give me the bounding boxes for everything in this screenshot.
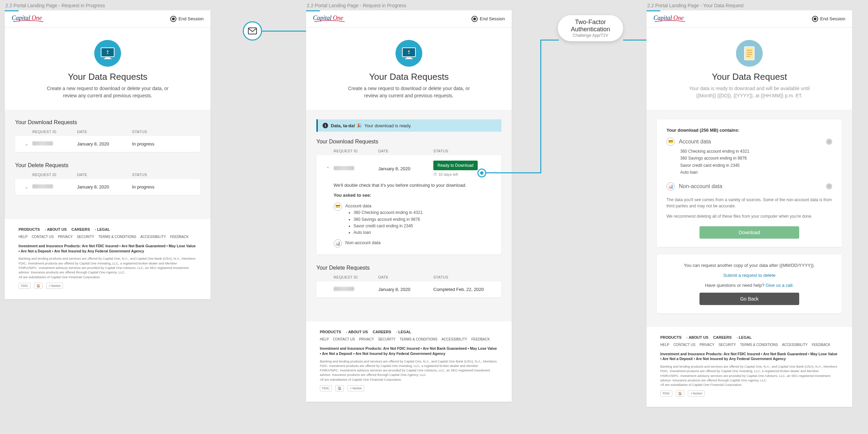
footer-link[interactable]: CAREERS <box>713 335 732 339</box>
flow-connector <box>623 40 647 41</box>
chevron-up-icon[interactable]: ⌃ <box>322 166 334 171</box>
footer-link[interactable]: LEGAL <box>396 330 411 334</box>
footer-sublink[interactable]: ACCESSIBILITY <box>442 337 467 341</box>
end-session-button[interactable]: End Session <box>471 16 505 22</box>
end-session-label: End Session <box>178 16 204 21</box>
tfa-title: Two-Factor Authentication <box>567 19 614 33</box>
help-prefix: Have questions or need help? <box>705 283 766 288</box>
row-date: January 8, 2020 <box>378 166 433 171</box>
end-session-label: End Session <box>820 16 845 21</box>
footer-sublink[interactable]: SECURITY <box>77 235 94 239</box>
footer-fineprint: Banking and lending products and service… <box>660 364 838 382</box>
svg-rect-10 <box>406 57 411 58</box>
flow-connector <box>262 31 306 32</box>
page-subtitle: Create a new request to download or dele… <box>42 85 173 99</box>
svg-rect-0 <box>248 28 257 34</box>
footer: PRODUCTS ABOUT US CAREERS LEGAL HELP CON… <box>5 219 210 299</box>
footer-link[interactable]: ABOUT US <box>45 227 67 231</box>
table-row[interactable]: ⌄ January 8, 2020 Completed Feb. 22, 202… <box>316 281 501 297</box>
row-status: Completed Feb. 22, 2020 <box>433 287 501 292</box>
chevron-down-icon[interactable]: ⌄ <box>21 184 32 189</box>
footer-link[interactable]: CAREERS <box>373 330 391 334</box>
svg-rect-5 <box>104 58 111 59</box>
asked-label: You asked to see: <box>334 192 484 199</box>
give-us-call-link[interactable]: Give us a call. <box>766 283 794 288</box>
footer-sublink[interactable]: CONTACT US <box>32 235 54 239</box>
table-row[interactable]: ⌃ January 8, 2020 Ready to Download 10 d… <box>316 155 501 182</box>
end-session-button[interactable]: End Session <box>170 16 204 22</box>
request-id-redacted <box>32 141 53 145</box>
footer-link[interactable]: LEGAL <box>737 335 752 339</box>
footer-sublink[interactable]: PRIVACY <box>359 337 374 341</box>
chevron-down-icon[interactable]: ⌄ <box>21 141 32 147</box>
svg-rect-3 <box>101 48 114 57</box>
footer-sublink[interactable]: HELP <box>19 235 28 239</box>
request-again-text: You can request another copy of your dat… <box>666 263 832 268</box>
expanded-panel: We'll double check that it's you before … <box>316 182 501 254</box>
footer-link[interactable]: CAREERS <box>72 227 90 231</box>
footer-sublink[interactable]: ACCESSIBILITY <box>140 235 166 239</box>
check-icon: ✓ <box>826 183 832 189</box>
tfa-subtitle: Challenge App/T2V <box>567 33 614 38</box>
footer-sublink[interactable]: CONTACT US <box>673 343 695 347</box>
svg-point-12 <box>409 53 410 54</box>
submit-delete-link[interactable]: Submit a request to delete <box>723 273 775 278</box>
hero: Your Data Requests Create a new request … <box>5 28 210 110</box>
footer-sublink[interactable]: ACCESSIBILITY <box>782 343 807 347</box>
artboard-2: CapitalOne End Session Your Data Request… <box>306 10 512 402</box>
artboard-3: CapitalOne End Session Your Data Request… <box>647 10 852 407</box>
page-subtitle: Your data is ready to download and will … <box>684 85 815 99</box>
housing-badge: 🏠 <box>34 283 43 289</box>
download-button[interactable]: Download <box>699 226 799 239</box>
account-item: Auto loan <box>680 169 832 176</box>
hero: Your Data Request Your data is ready to … <box>647 28 852 110</box>
account-item: Savor credit card ending in 2345 <box>354 223 484 229</box>
logo: CapitalOne <box>313 13 346 24</box>
footer-sublink[interactable]: HELP <box>320 337 329 341</box>
fdic-badge: FDIC <box>19 283 31 289</box>
page-title: Your Data Requests <box>320 72 498 82</box>
footer-sublink[interactable]: TERMS & CONDITIONS <box>740 343 778 347</box>
footer-link[interactable]: PRODUCTS <box>320 330 341 334</box>
go-back-button[interactable]: Go Back <box>699 293 799 305</box>
artboard-1: CapitalOne End Session Your Data Request… <box>5 10 210 299</box>
footer-sublink[interactable]: SECURITY <box>378 337 395 341</box>
ready-download-button[interactable]: Ready to Download <box>433 161 478 170</box>
row-date: January 8, 2020 <box>77 141 132 147</box>
footer-sublink[interactable]: FEEDBACK <box>471 337 490 341</box>
verify-intro: We'll double check that it's you before … <box>334 182 484 189</box>
footer-sublink[interactable]: HELP <box>660 343 669 347</box>
footer-link[interactable]: ABOUT US <box>686 335 708 339</box>
action-card: You can request another copy of your dat… <box>657 254 842 313</box>
table-row[interactable]: ⌄ January 8, 2020 In progress <box>15 179 200 195</box>
artboard-label: 2.2 Portal Landing Page - Request in Pro… <box>5 0 210 10</box>
footer-disclosure: Investment and Insurance Products: Are N… <box>19 243 197 253</box>
footer-sublink[interactable]: TERMS & CONDITIONS <box>400 337 437 341</box>
account-item: 360 Savings account ending in 9876 <box>680 155 832 162</box>
account-item: Auto loan <box>354 229 484 236</box>
footer-sublink[interactable]: FEEDBACK <box>812 343 830 347</box>
footer-sublink[interactable]: CONTACT US <box>333 337 355 341</box>
footer-link[interactable]: PRODUCTS <box>660 335 682 339</box>
row-date: January 8, 2020 <box>77 184 132 189</box>
table-header: REQUEST ID DATE STATUS <box>15 171 200 179</box>
delete-section-title: Your Delete Requests <box>15 162 200 169</box>
topbar: CapitalOne End Session <box>306 10 512 28</box>
table-header: REQUEST ID DATE STATUS <box>316 273 501 281</box>
footer-sublink[interactable]: SECURITY <box>718 343 736 347</box>
footer-sublink[interactable]: TERMS & CONDITIONS <box>98 235 136 239</box>
footer-fineprint: All are subsidiaries of Capital One Fina… <box>19 275 197 279</box>
end-session-button[interactable]: End Session <box>812 16 845 22</box>
row-status: In progress <box>132 141 200 147</box>
footer-link[interactable]: ABOUT US <box>346 330 368 334</box>
footer-fineprint: All are subsidiaries of Capital One Fina… <box>660 382 838 387</box>
footer-link[interactable]: PRODUCTS <box>19 227 40 231</box>
svg-text:One: One <box>32 14 42 21</box>
table-row[interactable]: ⌄ January 8, 2020 In progress <box>15 136 200 152</box>
footer-link[interactable]: LEGAL <box>95 227 110 231</box>
footer-sublink[interactable]: PRIVACY <box>58 235 73 239</box>
info-icon: i <box>323 123 328 128</box>
footer-sublink[interactable]: PRIVACY <box>699 343 714 347</box>
footer-sublink[interactable]: FEEDBACK <box>170 235 188 239</box>
end-session-label: End Session <box>480 16 505 21</box>
